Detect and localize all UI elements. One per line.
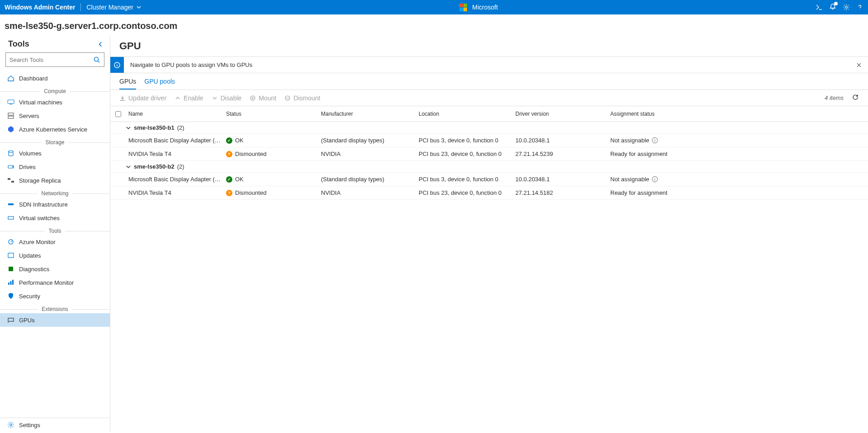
nav-label: Updates <box>19 252 41 259</box>
banner-text: Navigate to GPU pools to assign VMs to G… <box>124 57 850 73</box>
nav-label: Drives <box>19 164 36 170</box>
server-icon <box>7 112 14 119</box>
network-icon <box>7 201 14 208</box>
group-count: (2) <box>177 163 184 170</box>
divider <box>80 3 81 11</box>
nav-label: Virtual switches <box>19 215 60 221</box>
svg-rect-10 <box>8 178 10 180</box>
search-box[interactable] <box>5 52 104 67</box>
info-icon[interactable]: i <box>652 176 658 182</box>
select-all-checkbox[interactable] <box>115 111 121 117</box>
collapse-icon[interactable] <box>97 41 104 47</box>
tools-title: Tools <box>8 39 29 49</box>
col-location[interactable]: Location <box>416 109 513 119</box>
cell-location: PCI bus 23, device 0, function 0 <box>416 188 513 198</box>
monitor-icon <box>7 238 14 245</box>
svg-point-9 <box>12 166 13 167</box>
cell-assignment: Not assignable i <box>608 136 868 145</box>
sidebar: Tools Dashboard Compute Virtual machines… <box>0 36 110 432</box>
cell-name: NVIDIA Tesla T4 <box>126 188 223 198</box>
info-icon <box>110 57 124 73</box>
brand-label: Microsoft <box>472 4 498 11</box>
col-driver[interactable]: Driver version <box>513 109 608 119</box>
btn-enable[interactable]: Enable <box>175 94 203 102</box>
nav-vms[interactable]: Virtual machines <box>0 95 110 109</box>
console-icon[interactable] <box>816 4 823 11</box>
col-name[interactable]: Name <box>126 109 223 119</box>
cell-driver: 27.21.14.5239 <box>513 149 608 159</box>
info-icon[interactable]: i <box>652 137 658 143</box>
group-name: sme-lse350-b2 <box>134 163 175 170</box>
svg-rect-3 <box>9 104 12 104</box>
updates-icon <box>7 252 14 259</box>
nav-updates[interactable]: Updates <box>0 249 110 262</box>
database-icon <box>7 150 14 157</box>
nav-dashboard[interactable]: Dashboard <box>0 71 110 85</box>
status-icon: ✓ <box>226 176 232 183</box>
search-input[interactable] <box>9 56 93 63</box>
page-title: GPU <box>110 36 868 56</box>
nav-storage-replica[interactable]: Storage Replica <box>0 174 110 187</box>
btn-update-driver[interactable]: Update driver <box>119 94 166 102</box>
grid-group[interactable]: sme-lse350-b1 (2) <box>110 122 868 134</box>
nav-label: Settings <box>19 422 40 428</box>
svg-point-0 <box>845 6 848 9</box>
brand[interactable]: Microsoft <box>142 4 816 11</box>
btn-dismount[interactable]: Dismount <box>284 94 320 102</box>
cell-name: NVIDIA Tesla T4 <box>126 149 223 159</box>
nav-azmonitor[interactable]: Azure Monitor <box>0 235 110 249</box>
grid-group[interactable]: sme-lse350-b2 (2) <box>110 161 868 173</box>
table-row[interactable]: NVIDIA Tesla T4 ? Dismounted NVIDIA PCI … <box>110 147 868 161</box>
svg-marker-6 <box>8 126 14 132</box>
group-name: sme-lse350-b1 <box>134 124 175 131</box>
table-row[interactable]: Microsoft Basic Display Adapter (Low Res… <box>110 134 868 147</box>
col-assignment[interactable]: Assignment status <box>608 109 868 119</box>
nav-drives[interactable]: Drives <box>0 160 110 174</box>
notifications-icon[interactable] <box>829 3 836 12</box>
btn-disable[interactable]: Disable <box>212 94 242 102</box>
help-icon[interactable] <box>856 4 863 11</box>
tab-gpus[interactable]: GPUs <box>119 78 136 89</box>
context-dropdown[interactable]: Cluster Manager <box>86 4 142 11</box>
nav-diagnostics[interactable]: Diagnostics <box>0 262 110 276</box>
svg-rect-5 <box>8 116 14 118</box>
cell-name: Microsoft Basic Display Adapter (Low Res… <box>126 136 223 145</box>
nav-gpus[interactable]: GPUs <box>0 313 110 327</box>
group-compute: Compute <box>0 88 110 94</box>
chevron-down-icon <box>212 95 218 101</box>
nav-servers[interactable]: Servers <box>0 109 110 122</box>
table-row[interactable]: NVIDIA Tesla T4 ? Dismounted NVIDIA PCI … <box>110 186 868 200</box>
group-count: (2) <box>177 124 184 131</box>
nav-sdn[interactable]: SDN Infrastructure <box>0 198 110 211</box>
nav-perfmon[interactable]: Performance Monitor <box>0 276 110 289</box>
status-icon: ? <box>226 151 232 157</box>
banner-close[interactable] <box>850 57 868 73</box>
nav-label: Security <box>19 293 40 300</box>
svg-rect-18 <box>10 281 12 285</box>
col-manufacturer[interactable]: Manufacturer <box>318 109 416 119</box>
nav-label: Volumes <box>19 150 42 157</box>
status-icon: ✓ <box>226 137 232 144</box>
nav-volumes[interactable]: Volumes <box>0 146 110 160</box>
toolbar: Update driver Enable Disable Mount Dismo… <box>110 90 868 106</box>
gear-icon[interactable] <box>843 4 850 11</box>
nav-settings[interactable]: Settings <box>0 418 110 432</box>
svg-rect-2 <box>8 100 14 104</box>
nav-list: Dashboard Compute Virtual machines Serve… <box>0 71 110 418</box>
col-status[interactable]: Status <box>223 109 318 119</box>
table-row[interactable]: Microsoft Basic Display Adapter (Low Res… <box>110 173 868 186</box>
btn-mount[interactable]: Mount <box>250 94 276 102</box>
tab-gpu-pools[interactable]: GPU pools <box>144 78 175 89</box>
shield-icon <box>7 292 14 300</box>
product-name[interactable]: Windows Admin Center <box>5 4 75 11</box>
nav-label: SDN Infrastructure <box>19 201 68 208</box>
nav-aks[interactable]: Azure Kubernetes Service <box>0 122 110 136</box>
replica-icon <box>7 177 14 184</box>
refresh-button[interactable] <box>852 94 859 102</box>
nav-security[interactable]: Security <box>0 289 110 303</box>
svg-rect-12 <box>8 203 14 205</box>
cell-location: PCI bus 3, device 0, function 0 <box>416 174 513 184</box>
gpu-icon <box>7 316 14 324</box>
nav-vswitches[interactable]: Virtual switches <box>0 211 110 225</box>
svg-rect-16 <box>9 267 13 271</box>
